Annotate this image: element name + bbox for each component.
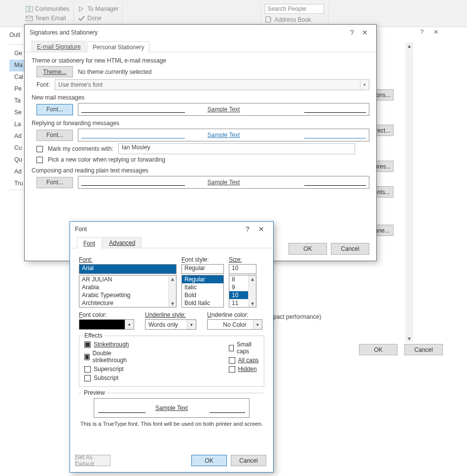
team-email-icon [26,15,33,22]
hidden-checkbox[interactable] [229,366,235,373]
communities-icon [26,5,33,13]
tab-font[interactable]: Font [77,238,102,248]
all-caps-label: All caps [238,357,259,364]
preview-text: Sample Text [155,405,188,411]
small-caps-checkbox[interactable] [229,345,234,351]
options-cancel-button[interactable]: Cancel [404,344,443,355]
style-list-item[interactable]: Regular [182,275,223,283]
reply-header: Replying or forwarding messages [32,120,369,127]
new-mail-sample: Sample Text [78,103,369,116]
truetype-note: This is a TrueType font. This font will … [79,421,264,427]
font-style-label: Font style: [181,256,224,263]
font-field-label: Font: [79,256,177,263]
done-icon [78,15,85,22]
effects-group: Effects Strikethrough Double strikethrou… [79,336,264,387]
svg-rect-3 [266,17,270,22]
help-icon[interactable]: ? [346,29,359,36]
address-book-icon [265,16,272,23]
signatures-titlebar: Signatures and Stationery ? ✕ [25,25,376,40]
search-people-input[interactable]: Search People [265,4,324,14]
double-strikethrough-label: Double strikethrough [93,350,135,364]
font-name-input[interactable]: Arial [79,264,177,274]
font-list-item[interactable]: AR JULIAN [79,275,176,283]
font-size-list[interactable]: 8 9 10 11 12 ▴▾ [229,275,256,307]
ribbon-communities[interactable]: Communities [26,5,70,13]
style-list-item[interactable]: Bold Italic [182,299,223,307]
style-list-item[interactable]: Bold [182,291,223,299]
font-color-label: Font color: [79,311,134,318]
pick-color-label: Pick a new color when replying or forwar… [48,156,165,163]
double-strikethrough-checkbox[interactable] [84,354,90,360]
font-size-input[interactable]: 10 [229,264,256,274]
preview-box: Sample Text [94,398,250,418]
subscript-checkbox[interactable] [84,375,91,381]
tab-email-signature[interactable]: E-mail Signature [32,41,86,52]
font-style-list[interactable]: Regular Italic Bold Bold Italic [181,275,224,307]
close-icon[interactable]: ✕ [359,29,371,36]
superscript-checkbox[interactable] [84,366,91,373]
font-label: Font: [36,81,50,88]
theme-font-dropdown[interactable]: Use theme's font ▾ [55,79,369,90]
font-list-item[interactable]: Arial [79,307,176,307]
font-list-item[interactable]: Arabia [79,283,176,291]
plain-text-header: Composing and reading plain text message… [32,167,369,174]
svg-rect-0 [26,6,29,11]
signatures-title: Signatures and Stationery [30,29,98,36]
signatures-cancel-button[interactable]: Cancel [331,243,369,255]
new-mail-font-button[interactable]: Font... [36,104,73,115]
style-list-item[interactable]: Italic [182,283,223,291]
svg-rect-1 [30,6,33,11]
font-list-scrollbar[interactable]: ▴▾ [168,275,176,307]
font-style-input[interactable]: Regular [181,264,224,274]
strikethrough-label: Strikethrough [94,341,129,348]
underline-style-dropdown[interactable]: Words only▾ [145,319,196,330]
mark-comments-input[interactable]: Ian Mosley [118,143,355,154]
set-default-button[interactable]: Set As Default [75,455,110,466]
size-list-scrollbar[interactable]: ▴▾ [248,275,256,307]
font-list-item[interactable]: Architecture [79,299,176,307]
ribbon-done[interactable]: Done [78,15,118,22]
chevron-down-icon: ▾ [125,320,134,329]
close-icon[interactable]: ✕ [254,225,268,233]
strikethrough-checkbox[interactable] [84,341,91,348]
app-title-fragment: Outl [9,32,20,38]
hidden-label: Hidden [238,366,257,373]
ribbon-to-manager[interactable]: To Manager [78,5,118,13]
to-manager-icon [78,5,85,13]
reply-font-button[interactable]: Font... [36,130,73,141]
underline-color-dropdown[interactable]: No Color▾ [207,319,262,330]
theme-section-label: Theme or stationery for new HTML e-mail … [32,57,369,64]
theme-status: No theme currently selected [78,68,151,75]
font-dialog-title: Font [75,226,87,233]
options-scrollbar[interactable]: ▴▾ [405,42,413,342]
chevron-down-icon: ▾ [187,320,196,329]
tab-advanced[interactable]: Advanced [103,237,142,248]
ribbon-address-book[interactable]: Address Book [265,16,324,23]
font-list-item[interactable]: Arabic Typesetting [79,291,176,299]
reply-sample: Sample Text [78,129,369,141]
options-ok-button[interactable]: OK [359,344,397,355]
plain-font-button[interactable]: Font... [36,177,73,188]
ribbon-team-email[interactable]: Team Email [26,15,70,22]
help-icon[interactable]: ? [241,225,254,233]
underline-color-label: Underline color: [207,311,262,318]
help-icon[interactable]: ? [420,29,424,35]
font-cancel-button[interactable]: Cancel [231,455,266,466]
font-ok-button[interactable]: OK [191,455,227,466]
tab-personal-stationery[interactable]: Personal Stationery [87,41,150,52]
preview-label: Preview [82,389,107,396]
close-icon[interactable]: ✕ [433,29,438,35]
theme-button[interactable]: Theme... [36,66,73,77]
new-mail-header: New mail messages [32,94,369,101]
font-dialog: Font ? ✕ Font Advanced Font: Arial AR JU… [70,221,274,473]
font-name-list[interactable]: AR JULIAN Arabia Arabic Typesetting Arch… [79,275,177,307]
mark-comments-checkbox[interactable] [36,146,43,152]
pick-color-checkbox[interactable] [36,157,43,163]
font-color-dropdown[interactable]: ▾ [79,319,134,330]
all-caps-checkbox[interactable] [229,357,235,364]
ribbon: Communities Team Email To Manager Done S… [0,0,467,27]
effects-label: Effects [82,332,104,339]
signatures-ok-button[interactable]: OK [288,243,327,255]
font-size-label: Size: [229,256,256,263]
size-list-item[interactable]: 12 [229,307,256,307]
